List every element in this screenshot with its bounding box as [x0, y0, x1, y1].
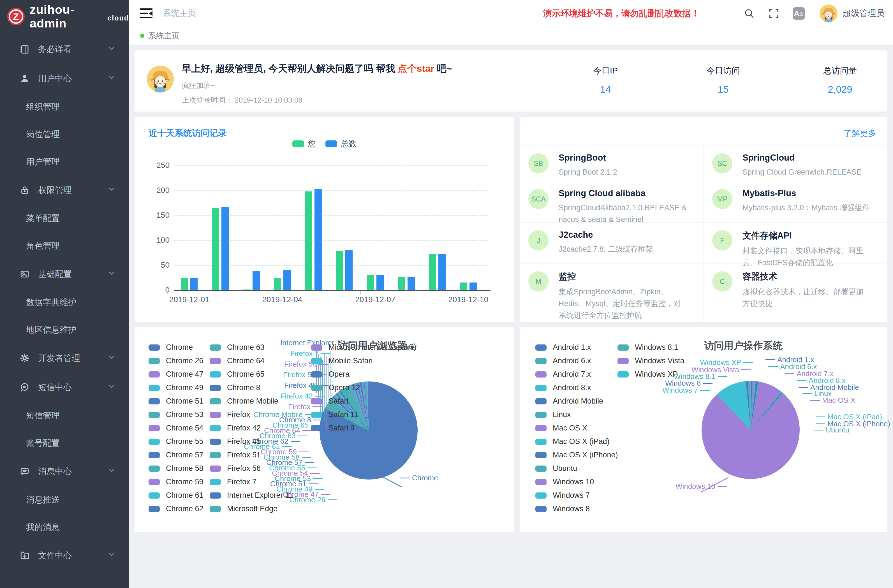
sidebar-item-权限管理[interactable]: 权限管理 [0, 176, 129, 205]
tech-avatar: C [712, 271, 732, 292]
legend-item-Mobile Safari[interactable]: Mobile Safari [311, 356, 373, 365]
menu-fold-icon[interactable] [140, 8, 152, 18]
learn-more-link[interactable]: 了解更多 [844, 128, 876, 139]
sidebar-item-短信中心[interactable]: 短信中心 [0, 373, 129, 402]
legend-item-Windows 10[interactable]: Windows 10 [535, 478, 594, 486]
greeting-avatar [147, 66, 174, 92]
stat-value[interactable]: 2,029 [795, 84, 885, 95]
legend-item-Windows 8.1[interactable]: Windows 8.1 [618, 343, 678, 352]
sidebar-item-文件中心[interactable]: 文件中心 [0, 541, 129, 570]
legend-item-Chrome 62[interactable]: Chrome 62 [149, 504, 203, 513]
legend-item-Safari[interactable]: Safari [311, 397, 349, 406]
legend-item-Chrome 51[interactable]: Chrome 51 [149, 397, 203, 406]
legend-item-Firefox 45[interactable]: Firefox 45 [210, 437, 261, 446]
sidebar-item-用户中心[interactable]: 用户中心 [0, 64, 129, 93]
legend-item-Chrome 61[interactable]: Chrome 61 [149, 491, 203, 500]
legend-item-Chrome 58[interactable]: Chrome 58 [149, 464, 203, 473]
sidebar-item-务必详看[interactable]: 务必详看 [0, 35, 129, 64]
legend-item-Chrome 64[interactable]: Chrome 64 [210, 356, 265, 365]
language-icon[interactable]: A文 [793, 7, 805, 20]
legend-item-Safari 9[interactable]: Safari 9 [311, 424, 355, 432]
legend-item-Firefox 56[interactable]: Firefox 56 [210, 464, 261, 473]
sidebar-item-我的消息[interactable]: 我的消息 [0, 513, 129, 541]
stat-value[interactable]: 15 [678, 84, 768, 95]
legend-item-Chrome 8[interactable]: Chrome 8 [210, 383, 260, 392]
legend-item-Android 6.x[interactable]: Android 6.x [535, 356, 591, 365]
legend-item-Chrome 54[interactable]: Chrome 54 [149, 424, 203, 432]
current-user-name[interactable]: 超级管理员 [843, 8, 885, 19]
legend-item-Mac OS X[interactable]: Mac OS X [535, 424, 587, 432]
label-leader-line [305, 462, 314, 463]
legend-item-您[interactable]: 您 [292, 138, 316, 149]
sidebar-item-基础配置[interactable]: 基础配置 [0, 260, 129, 289]
user-icon [20, 73, 31, 84]
legend-item-Firefox 7[interactable]: Firefox 7 [210, 478, 257, 486]
sidebar-item-开发者管理[interactable]: 开发者管理 [0, 344, 129, 373]
legend-item-Firefox[interactable]: Firefox [210, 410, 250, 419]
sidebar-item-消息中心[interactable]: 消息中心 [0, 457, 129, 486]
sidebar-item-短信管理[interactable]: 短信管理 [0, 402, 129, 429]
sidebar-item-地区信息维护[interactable]: 地区信息维护 [0, 316, 129, 344]
user-avatar[interactable] [819, 5, 837, 23]
legend-item-Chrome[interactable]: Chrome [149, 343, 193, 352]
app-logo[interactable]: Z zuihou-admin cloud [0, 0, 129, 33]
sidebar-item-消息推送[interactable]: 消息推送 [0, 486, 129, 513]
legend-item-Firefox 51[interactable]: Firefox 51 [210, 451, 261, 459]
sidebar-item-用户管理[interactable]: 用户管理 [0, 148, 129, 176]
sidebar-item-岗位管理[interactable]: 岗位管理 [0, 120, 129, 148]
legend-item-Chrome 65[interactable]: Chrome 65 [210, 370, 265, 379]
legend-item-Firefox 42[interactable]: Firefox 42 [210, 424, 261, 432]
breadcrumb[interactable]: 系统主页 [162, 8, 196, 19]
x-axis-tick [360, 291, 361, 294]
legend-item-Chrome 49[interactable]: Chrome 49 [149, 383, 203, 392]
legend-item-Chrome 57[interactable]: Chrome 57 [149, 451, 203, 459]
bar-total-2019-12-07 [376, 275, 384, 290]
sidebar: Z zuihou-admin cloud 务必详看用户中心组织管理岗位管理用户管… [0, 0, 129, 588]
legend-item-Linux[interactable]: Linux [535, 410, 571, 419]
legend-item-Opera 12[interactable]: Opera 12 [311, 383, 360, 392]
legend-item-Android 7.x[interactable]: Android 7.x [535, 370, 591, 379]
legend-item-Windows Vista[interactable]: Windows Vista [618, 356, 684, 365]
legend-item-Windows 7[interactable]: Windows 7 [535, 491, 590, 500]
bar-you-2019-12-10 [460, 283, 467, 290]
legend-item-Windows 8[interactable]: Windows 8 [535, 504, 590, 513]
legend-item-Chrome 59[interactable]: Chrome 59 [149, 478, 203, 486]
legend-swatch [210, 398, 221, 405]
logo-icon: Z [7, 8, 25, 25]
legend-item-总数[interactable]: 总数 [325, 138, 357, 149]
legend-item-Internet Explorer 11[interactable]: Internet Explorer 11 [210, 491, 293, 500]
search-icon[interactable] [743, 8, 755, 20]
legend-item-Opera[interactable]: Opera [311, 370, 350, 379]
legend-item-Android 1.x[interactable]: Android 1.x [535, 343, 591, 352]
sidebar-item-数据字典维护[interactable]: 数据字典维护 [0, 289, 129, 316]
legend-item-Microsoft Edge[interactable]: Microsoft Edge [210, 504, 278, 513]
legend-item-Windows XP[interactable]: Windows XP [618, 370, 678, 379]
star-link[interactable]: 点个star [398, 63, 434, 74]
legend-label: Safari 11 [329, 410, 358, 419]
legend-item-Chrome 55[interactable]: Chrome 55 [149, 437, 203, 446]
sidebar-item-账号配置[interactable]: 账号配置 [0, 429, 129, 457]
legend-item-Chrome 63[interactable]: Chrome 63 [210, 343, 265, 352]
legend-item-Safari 11[interactable]: Safari 11 [311, 410, 358, 419]
label-leader-line [315, 396, 325, 397]
legend-item-Chrome 26[interactable]: Chrome 26 [149, 356, 203, 365]
sidebar-item-label: 文件中心 [38, 550, 72, 561]
legend-item-Mac OS X (iPhone)[interactable]: Mac OS X (iPhone) [535, 451, 618, 459]
greeting-subtitle: 疯狂加班~ [182, 81, 215, 90]
stat-value[interactable]: 14 [561, 84, 650, 95]
sidebar-item-菜单配置[interactable]: 菜单配置 [0, 205, 129, 232]
fullscreen-icon[interactable] [768, 8, 780, 20]
chevron-down-icon [108, 383, 116, 393]
legend-item-Ubuntu[interactable]: Ubuntu [535, 464, 577, 473]
sidebar-item-组织管理[interactable]: 组织管理 [0, 93, 129, 120]
legend-item-Android 8.x[interactable]: Android 8.x [535, 383, 591, 392]
legend-item-Android Mobile[interactable]: Android Mobile [535, 397, 603, 406]
legend-item-Chrome 53[interactable]: Chrome 53 [149, 410, 203, 419]
legend-item-Chrome 47[interactable]: Chrome 47 [149, 370, 203, 379]
tab-home[interactable]: 系统主页 [129, 27, 191, 45]
legend-item-Mac OS X (iPad)[interactable]: Mac OS X (iPad) [535, 437, 610, 446]
legend-item-Chrome Mobile[interactable]: Chrome Mobile [210, 397, 278, 406]
sidebar-item-角色管理[interactable]: 角色管理 [0, 232, 129, 260]
legend-label: Chrome 58 [166, 464, 203, 473]
legend-label: Chrome 47 [166, 370, 203, 379]
